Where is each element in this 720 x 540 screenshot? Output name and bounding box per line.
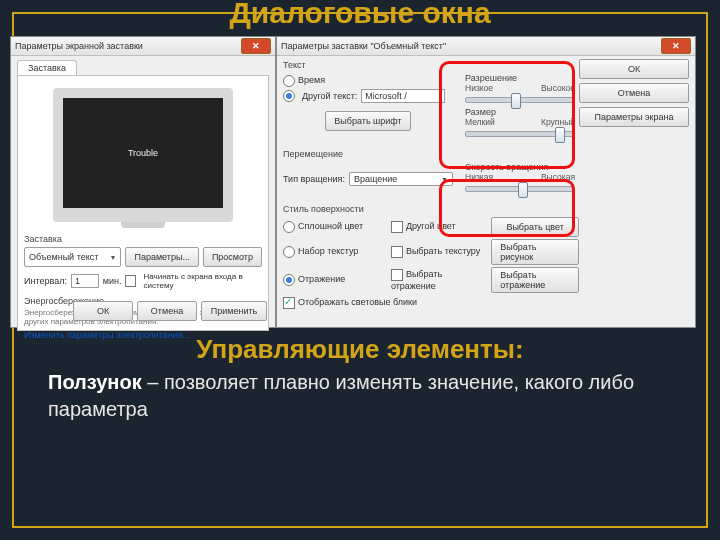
display-params-button[interactable]: Параметры экрана [579,107,689,127]
other-color-checkbox[interactable] [391,221,403,233]
group-saver: Заставка [24,234,262,244]
choose-color-button[interactable]: Выбрать цвет [491,217,579,237]
rotation-select[interactable]: Вращение▼ [349,172,453,186]
chevron-down-icon: ▼ [441,176,448,183]
power-link[interactable]: Изменить параметры электропитания... [24,330,262,340]
apply-button[interactable]: Применить [201,301,267,321]
choose-texture-button[interactable]: Выбрать рисунок [491,239,579,265]
close-icon[interactable]: ✕ [241,38,271,54]
group-resolution: Разрешение [465,73,575,83]
group-speed: Скорость вращения [465,162,575,172]
rotation-type-label: Тип вращения: [283,174,345,184]
cancel-button[interactable]: Отмена [137,301,197,321]
font-button[interactable]: Выбрать шрифт [325,111,410,131]
cancel-button[interactable]: Отмена [579,83,689,103]
reflect-checkbox[interactable] [391,269,403,281]
chevron-down-icon: ▼ [109,254,116,261]
radio-reflect[interactable] [283,274,295,286]
screensaver-select[interactable]: Объемный текст▼ [24,247,121,267]
radio-time[interactable] [283,75,295,87]
preview-text: Trouble [128,148,158,158]
group-surface: Стиль поверхности [283,204,579,214]
resolution-slider[interactable] [465,97,575,103]
speed-slider[interactable] [465,186,575,192]
group-motion: Перемещение [283,149,579,159]
interval-label: Интервал: [24,276,67,286]
params-button[interactable]: Параметры... [125,247,198,267]
screensaver-dialog: Параметры экранной заставки ✕ Заставка T… [10,36,276,328]
choose-reflect-button[interactable]: Выбрать отражение [491,267,579,293]
highlights-checkbox[interactable] [283,297,295,309]
login-checkbox[interactable] [125,275,136,287]
preview-monitor: Trouble [53,88,233,222]
dialog2-title: Параметры заставки "Объемный текст" [281,41,659,51]
login-label: Начинать с экрана входа в систему [143,272,262,290]
other-text-input[interactable]: Microsoft / [361,89,445,103]
tab-screensaver[interactable]: Заставка [17,60,77,75]
3dtext-dialog: Параметры заставки "Объемный текст" ✕ ОК… [276,36,696,328]
close-icon[interactable]: ✕ [661,38,691,54]
ok-button[interactable]: ОК [579,59,689,79]
texture-checkbox[interactable] [391,246,403,258]
ok-button[interactable]: ОК [73,301,133,321]
radio-other-text[interactable] [283,90,295,102]
interval-input[interactable]: 1 [71,274,99,288]
dialog1-title: Параметры экранной заставки [15,41,239,51]
preview-button[interactable]: Просмотр [203,247,262,267]
radio-solid[interactable] [283,221,295,233]
group-text: Текст [283,60,579,70]
radio-texture[interactable] [283,246,295,258]
min-label: мин. [103,276,122,286]
size-slider[interactable] [465,131,575,137]
